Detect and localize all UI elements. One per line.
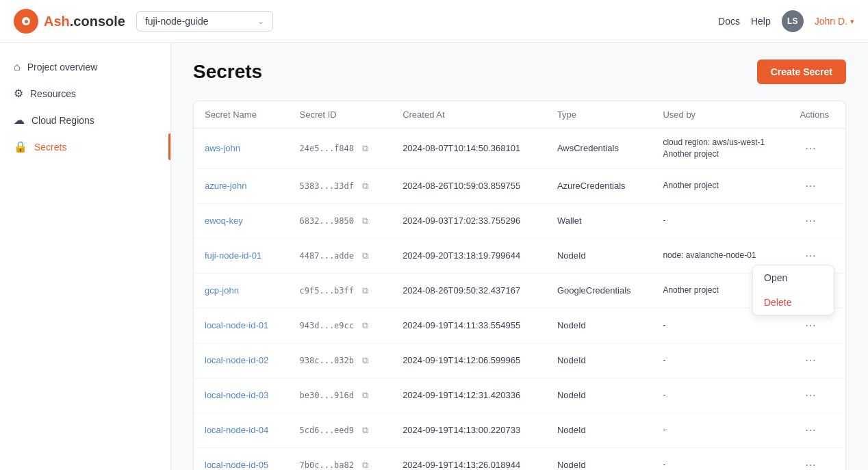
secret-name-link[interactable]: local-node-id-02 — [205, 355, 268, 365]
secret-name-link[interactable]: fuji-node-id-01 — [205, 250, 261, 261]
table-row: local-node-id-02 938c...032b ⧉ 2024-09-1… — [194, 343, 845, 378]
table-row: fuji-node-id-01 4487...adde ⧉ 2024-09-20… — [194, 238, 845, 273]
secret-name-link[interactable]: aws-john — [205, 143, 240, 153]
secret-id-text: 5383...33df — [300, 181, 354, 191]
secret-name-link[interactable]: azure-john — [205, 181, 246, 191]
logo[interactable]: Ash.console — [14, 9, 125, 34]
actions-wrapper: ··· — [800, 352, 834, 369]
dropdown-open-item[interactable]: Open — [753, 265, 834, 290]
used-by-text: - — [663, 390, 665, 400]
sidebar: ⌂ Project overview ⚙ Resources ☁ Cloud R… — [0, 43, 171, 470]
table-row: local-node-id-04 5cd6...eed9 ⧉ 2024-09-1… — [194, 413, 845, 447]
copy-id-button[interactable]: ⧉ — [359, 389, 371, 402]
actions-wrapper: ··· — [800, 387, 834, 404]
docs-link[interactable]: Docs — [718, 16, 740, 27]
main-content: Secrets Create Secret Secret Name Secret… — [171, 43, 868, 470]
cell-used-by: - — [652, 343, 789, 378]
logo-icon — [14, 9, 38, 34]
secret-name-link[interactable]: local-node-id-05 — [205, 460, 268, 470]
actions-wrapper: ··· — [800, 456, 834, 470]
cell-used-by: cloud region: aws/us-west-1Another proje… — [652, 129, 789, 169]
copy-id-button[interactable]: ⧉ — [359, 249, 371, 263]
cell-created-at: 2024-09-19T14:12:31.420336 — [392, 378, 546, 413]
cell-type: NodeId — [546, 308, 652, 343]
cell-used-by: - — [652, 203, 789, 238]
cell-secret-id: 6832...9850 ⧉ — [289, 203, 392, 238]
cell-secret-name: local-node-id-02 — [194, 343, 289, 378]
cell-created-at: 2024-09-19T14:12:06.599965 — [392, 343, 546, 378]
create-secret-button[interactable]: Create Secret — [757, 60, 846, 84]
actions-menu-button[interactable]: ··· — [800, 140, 821, 157]
cell-used-by: - — [652, 447, 789, 470]
col-created-at: Created At — [392, 101, 546, 129]
dropdown-delete-item[interactable]: Delete — [753, 290, 834, 315]
secret-name-link[interactable]: ewoq-key — [205, 216, 243, 226]
table-row: local-node-id-05 7b0c...ba82 ⧉ 2024-09-1… — [194, 447, 845, 470]
user-menu[interactable]: John D. ▾ — [815, 16, 854, 27]
secret-id-text: 5cd6...eed9 — [300, 426, 354, 435]
sidebar-item-cloud-regions[interactable]: ☁ Cloud Regions — [0, 107, 170, 133]
actions-menu-button[interactable]: ··· — [800, 352, 821, 369]
logo-console: .console — [70, 14, 125, 29]
lock-icon: 🔒 — [14, 140, 27, 153]
cell-secret-name: azure-john — [194, 168, 289, 203]
table-body: aws-john 24e5...f848 ⧉ 2024-08-07T10:14:… — [194, 129, 845, 471]
page-title: Secrets — [193, 61, 262, 83]
logo-ash: Ash — [44, 14, 70, 29]
secret-name-link[interactable]: local-node-id-04 — [205, 425, 268, 435]
secret-name-link[interactable]: gcp-john — [205, 285, 239, 296]
secret-name-link[interactable]: local-node-id-03 — [205, 390, 268, 400]
copy-id-button[interactable]: ⧉ — [359, 179, 371, 193]
cell-actions: ··· — [789, 413, 845, 447]
actions-menu-button[interactable]: ··· — [800, 387, 821, 404]
actions-menu-button[interactable]: ··· — [800, 177, 821, 195]
actions-menu-button[interactable]: ··· — [800, 247, 821, 265]
actions-wrapper: ··· Open Delete — [800, 247, 834, 265]
table-row: azure-john 5383...33df ⧉ 2024-08-26T10:5… — [194, 168, 845, 203]
actions-wrapper: ··· — [800, 421, 834, 439]
sidebar-item-project-overview[interactable]: ⌂ Project overview — [0, 54, 170, 80]
page-header: Secrets Create Secret — [193, 60, 846, 84]
sidebar-item-secrets[interactable]: 🔒 Secrets — [0, 133, 170, 160]
actions-wrapper: ··· — [800, 317, 834, 335]
sidebar-label-project-overview: Project overview — [27, 62, 98, 73]
cell-actions: ··· — [789, 378, 845, 413]
copy-id-button[interactable]: ⧉ — [359, 423, 371, 437]
table-row: gcp-john c9f5...b3ff ⧉ 2024-08-26T09:50:… — [194, 273, 845, 308]
used-by-text: Another project — [663, 285, 718, 295]
actions-menu-button[interactable]: ··· — [800, 212, 821, 230]
copy-id-button[interactable]: ⧉ — [359, 354, 371, 367]
copy-id-button[interactable]: ⧉ — [359, 458, 371, 470]
secret-name-link[interactable]: local-node-id-01 — [205, 320, 268, 330]
cell-secret-name: ewoq-key — [194, 203, 289, 238]
sidebar-item-resources[interactable]: ⚙ Resources — [0, 80, 170, 107]
header-right: Docs Help LS John D. ▾ — [718, 10, 854, 32]
used-by-text: - — [663, 320, 665, 330]
actions-menu-button[interactable]: ··· — [800, 421, 821, 439]
copy-id-button[interactable]: ⧉ — [359, 142, 371, 155]
cell-used-by: - — [652, 413, 789, 447]
cell-secret-id: 7b0c...ba82 ⧉ — [289, 447, 392, 470]
cell-secret-id: 24e5...f848 ⧉ — [289, 129, 392, 169]
col-type: Type — [546, 101, 652, 129]
used-by-text: - — [663, 355, 665, 365]
cell-secret-id: c9f5...b3ff ⧉ — [289, 273, 392, 308]
cell-secret-name: local-node-id-04 — [194, 413, 289, 447]
help-link[interactable]: Help — [751, 16, 771, 27]
chevron-down-icon: ⌄ — [257, 16, 264, 26]
cell-created-at: 2024-09-19T14:13:00.220733 — [392, 413, 546, 447]
copy-id-button[interactable]: ⧉ — [359, 284, 371, 298]
home-icon: ⌂ — [14, 61, 21, 73]
actions-menu-button[interactable]: ··· — [800, 317, 821, 335]
project-selector[interactable]: fuji-node-guide ⌄ — [136, 11, 273, 31]
cell-used-by: - — [652, 378, 789, 413]
used-by-text: cloud region: aws/us-west-1Another proje… — [663, 138, 765, 159]
secret-id-text: 6832...9850 — [300, 216, 354, 226]
actions-menu-button[interactable]: ··· — [800, 456, 821, 470]
secret-id-text: c9f5...b3ff — [300, 286, 354, 296]
copy-id-button[interactable]: ⧉ — [359, 214, 371, 228]
cell-secret-id: 4487...adde ⧉ — [289, 238, 392, 273]
copy-id-button[interactable]: ⧉ — [359, 319, 371, 332]
cell-type: GoogleCredentials — [546, 273, 652, 308]
cell-secret-id: 943d...e9cc ⧉ — [289, 308, 392, 343]
